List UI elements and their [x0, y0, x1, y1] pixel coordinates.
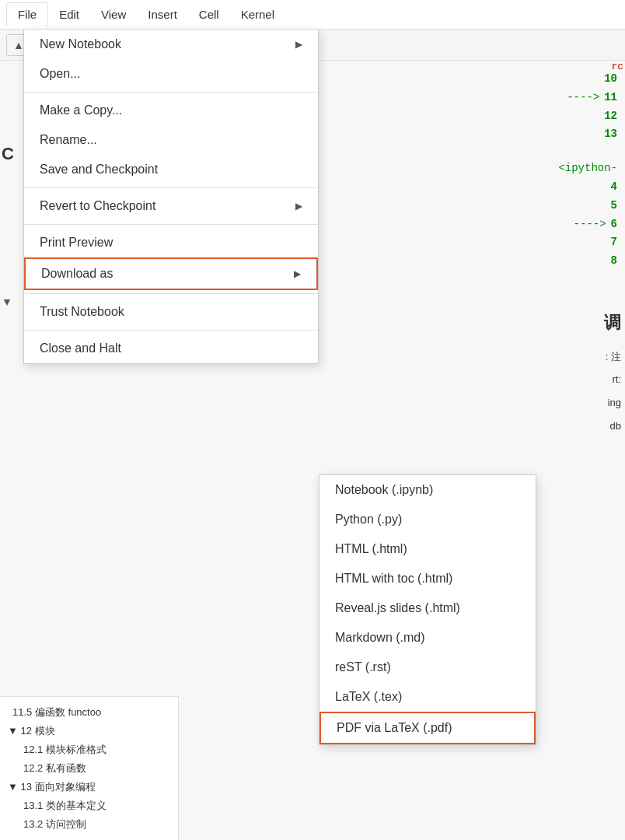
- line-arrow-2: ---->: [574, 215, 606, 234]
- menu-cell[interactable]: Cell: [188, 3, 230, 26]
- open-label: Open...: [40, 67, 80, 81]
- save-checkpoint-label: Save and Checkpoint: [40, 163, 158, 177]
- menu-item-trust-notebook[interactable]: Trust Notebook: [24, 297, 318, 327]
- toc-item-12[interactable]: ▼ 12 模块: [0, 722, 178, 740]
- download-as-label: Download as: [41, 267, 113, 281]
- menu-item-make-copy[interactable]: Make a Copy...: [24, 96, 318, 125]
- rst-label: reST (.rst): [335, 660, 391, 674]
- ipython-text: <ipython-: [558, 159, 617, 178]
- toc-label-13-1: 13.1 类的基本定义: [23, 800, 106, 811]
- markdown-label: Markdown (.md): [335, 631, 425, 644]
- menu-insert[interactable]: Insert: [137, 3, 188, 26]
- submenu-item-py[interactable]: Python (.py): [319, 505, 536, 534]
- cell-indicator: C: [2, 144, 14, 164]
- line-number: 8: [611, 252, 617, 271]
- toc-label-12: ▼ 12 模块: [8, 725, 55, 737]
- separator-4: [24, 293, 318, 294]
- code-line-7: 7: [337, 233, 617, 252]
- submenu-item-html-toc[interactable]: HTML with toc (.html): [319, 564, 536, 593]
- make-copy-label: Make a Copy...: [40, 103, 122, 117]
- menu-item-close-halt[interactable]: Close and Halt: [24, 334, 318, 363]
- menu-item-save-checkpoint[interactable]: Save and Checkpoint: [24, 155, 318, 184]
- trust-notebook-label: Trust Notebook: [40, 305, 124, 319]
- separator-5: [24, 330, 318, 331]
- toc-item-13-2[interactable]: 13.2 访问控制: [0, 815, 178, 834]
- download-as-submenu: Notebook (.ipynb) Python (.py) HTML (.ht…: [319, 474, 536, 745]
- collapse-arrow[interactable]: ▼: [2, 296, 12, 308]
- menu-file[interactable]: File: [6, 2, 48, 26]
- toc-label-11-5: 11.5 偏函数 functoo: [12, 706, 101, 718]
- separator-3: [24, 224, 318, 225]
- line-number: 5: [611, 197, 617, 215]
- new-notebook-label: New Notebook: [40, 37, 121, 51]
- line-number: 11: [604, 89, 617, 107]
- red-code-snippet: rc: [611, 61, 623, 72]
- line-number: 13: [604, 125, 617, 144]
- toc-item-12-2[interactable]: 12.2 私有函数: [0, 759, 178, 778]
- toc-item-13[interactable]: ▼ 13 面向对象编程: [0, 778, 178, 796]
- html-label: HTML (.html): [335, 542, 407, 555]
- code-line-12: 12: [337, 107, 617, 126]
- toc-label-12-1: 12.1 模块标准格式: [23, 744, 106, 755]
- small-text-1: : 注: [606, 350, 621, 364]
- submenu-item-rst[interactable]: reST (.rst): [319, 653, 536, 682]
- small-text-2: rt:: [612, 373, 621, 385]
- line-number: 4: [611, 178, 617, 197]
- menu-item-download-as[interactable]: Download as ▶: [24, 257, 318, 290]
- reveal-label: Reveal.js slides (.html): [335, 601, 460, 614]
- menu-item-revert-checkpoint[interactable]: Revert to Checkpoint ▶: [24, 191, 318, 221]
- code-display-right: 10 ----> 11 12 13 <ipython- 4 5 ----> 6 …: [330, 62, 625, 278]
- html-toc-label: HTML with toc (.html): [335, 572, 452, 585]
- code-line-8: 8: [337, 252, 617, 271]
- toc-item-12-1[interactable]: 12.1 模块标准格式: [0, 740, 178, 759]
- latex-label: LaTeX (.tex): [335, 690, 402, 703]
- submenu-item-reveal[interactable]: Reveal.js slides (.html): [319, 593, 536, 623]
- menu-item-rename[interactable]: Rename...: [24, 125, 318, 155]
- submenu-arrow-new-notebook: ▶: [295, 39, 302, 50]
- code-line-4: 4: [337, 178, 617, 197]
- submenu-item-markdown[interactable]: Markdown (.md): [319, 623, 536, 653]
- pdf-label: PDF via LaTeX (.pdf): [337, 721, 452, 734]
- rename-label: Rename...: [40, 133, 97, 147]
- line-number: 10: [604, 70, 617, 89]
- py-label: Python (.py): [335, 513, 402, 526]
- line-arrow: ---->: [567, 89, 599, 107]
- toc-label-12-2: 12.2 私有函数: [23, 762, 86, 774]
- file-dropdown-menu: New Notebook ▶ Open... Make a Copy... Re…: [23, 30, 319, 364]
- sidebar-toc: 11.5 偏函数 functoo ▼ 12 模块 12.1 模块标准格式 12.…: [0, 696, 179, 840]
- submenu-item-ipynb[interactable]: Notebook (.ipynb): [319, 475, 536, 505]
- small-text-3: ing: [608, 397, 621, 408]
- line-number: 6: [611, 215, 617, 234]
- submenu-arrow-download: ▶: [294, 268, 301, 279]
- menu-item-open[interactable]: Open...: [24, 59, 318, 89]
- code-line-6: ----> 6: [337, 215, 617, 234]
- menu-bar: File Edit View Insert Cell Kernel: [0, 0, 625, 30]
- menu-item-print-preview[interactable]: Print Preview: [24, 228, 318, 257]
- toc-item-11-5[interactable]: 11.5 偏函数 functoo: [0, 703, 178, 722]
- small-text-4: db: [610, 420, 621, 432]
- submenu-arrow-revert: ▶: [295, 201, 302, 212]
- toc-item-13-1[interactable]: 13.1 类的基本定义: [0, 796, 178, 815]
- close-halt-label: Close and Halt: [40, 341, 121, 355]
- menu-item-new-notebook[interactable]: New Notebook ▶: [24, 30, 318, 59]
- revert-checkpoint-label: Revert to Checkpoint: [40, 199, 155, 213]
- menu-kernel[interactable]: Kernel: [230, 3, 285, 26]
- toc-label-13-2: 13.2 访问控制: [23, 818, 86, 830]
- separator-1: [24, 92, 318, 93]
- submenu-item-pdf[interactable]: PDF via LaTeX (.pdf): [319, 712, 536, 744]
- print-preview-label: Print Preview: [40, 236, 113, 250]
- code-line-13: 13: [337, 125, 617, 144]
- code-line-5: 5: [337, 197, 617, 215]
- line-number: 12: [604, 107, 617, 126]
- ipynb-label: Notebook (.ipynb): [335, 483, 433, 496]
- adjust-label: 调: [604, 311, 621, 334]
- separator-2: [24, 187, 318, 188]
- code-line-10: 10: [337, 70, 617, 89]
- submenu-item-latex[interactable]: LaTeX (.tex): [319, 682, 536, 712]
- line-number: 7: [611, 233, 617, 252]
- code-ipython-label: <ipython-: [337, 159, 617, 178]
- menu-edit[interactable]: Edit: [48, 3, 90, 26]
- code-line-11: ----> 11: [337, 89, 617, 107]
- submenu-item-html[interactable]: HTML (.html): [319, 534, 536, 564]
- menu-view[interactable]: View: [90, 3, 137, 26]
